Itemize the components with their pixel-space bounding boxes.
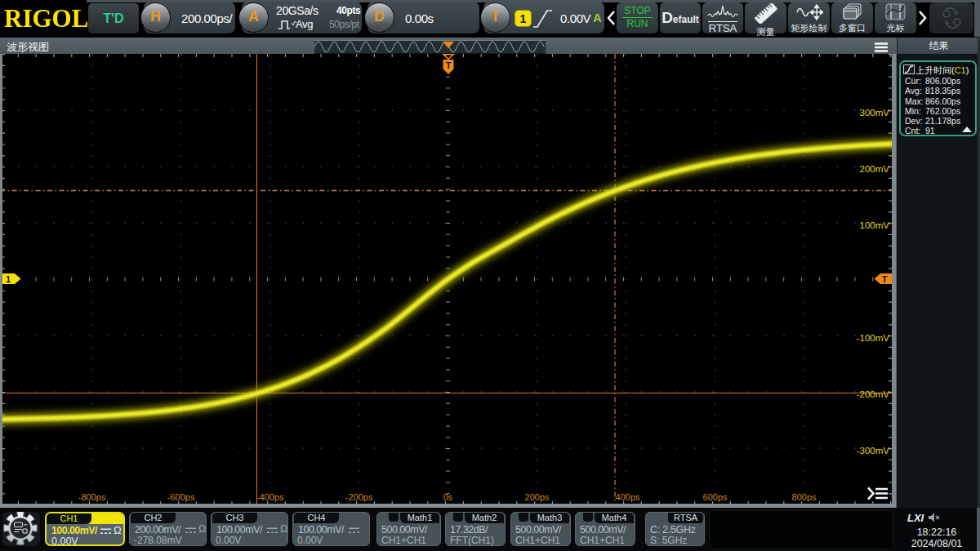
svg-text:-300mV: -300mV xyxy=(857,446,890,455)
svg-text:-100mV: -100mV xyxy=(857,333,890,343)
svg-text:T: T xyxy=(882,274,888,284)
svg-text:800ps: 800ps xyxy=(792,492,817,502)
svg-text:B: B xyxy=(898,5,901,9)
svg-text:1: 1 xyxy=(6,274,11,284)
svg-text:200mV: 200mV xyxy=(860,164,890,174)
svg-text:A: A xyxy=(889,5,892,9)
svg-text:300mV: 300mV xyxy=(860,108,890,118)
svg-text:-400ps: -400ps xyxy=(256,492,284,502)
svg-text:-800ps: -800ps xyxy=(78,492,106,502)
svg-text:600ps: 600ps xyxy=(703,492,728,502)
svg-text:T: T xyxy=(446,60,452,70)
svg-text:-200ps: -200ps xyxy=(345,492,373,502)
svg-text:0s: 0s xyxy=(443,492,453,502)
svg-text:-600ps: -600ps xyxy=(167,492,195,502)
svg-text:200ps: 200ps xyxy=(525,492,550,502)
svg-text:400ps: 400ps xyxy=(616,492,640,502)
svg-text:-200mV: -200mV xyxy=(857,389,890,399)
svg-text:100mV: 100mV xyxy=(860,220,890,230)
